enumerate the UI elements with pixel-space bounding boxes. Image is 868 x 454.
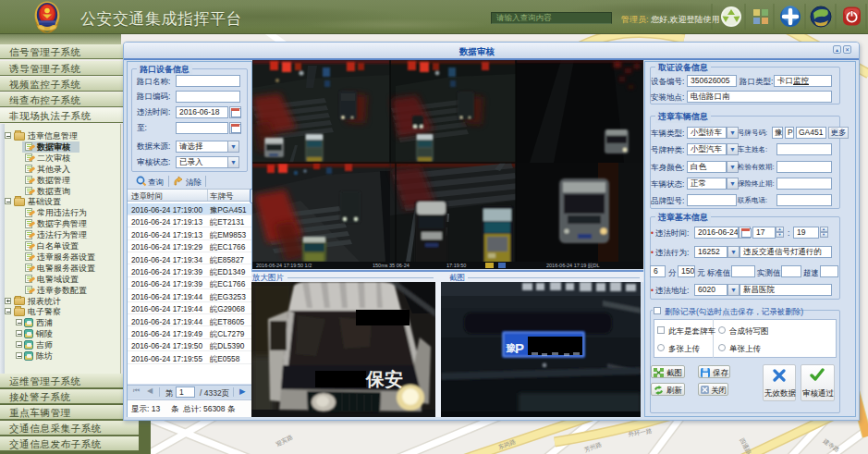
svg-text:2016-06-24 17:19 皖DL: 2016-06-24 17:19 皖DL: [546, 263, 599, 269]
svg-text:P: P: [515, 340, 524, 356]
svg-text:保安: 保安: [365, 369, 403, 389]
svg-text:17:19:50: 17:19:50: [446, 263, 466, 268]
svg-text:150ms 35 06-24: 150ms 35 06-24: [373, 263, 410, 268]
svg-text:2016-06-24 17:19:50 1/2: 2016-06-24 17:19:50 1/2: [256, 263, 312, 268]
